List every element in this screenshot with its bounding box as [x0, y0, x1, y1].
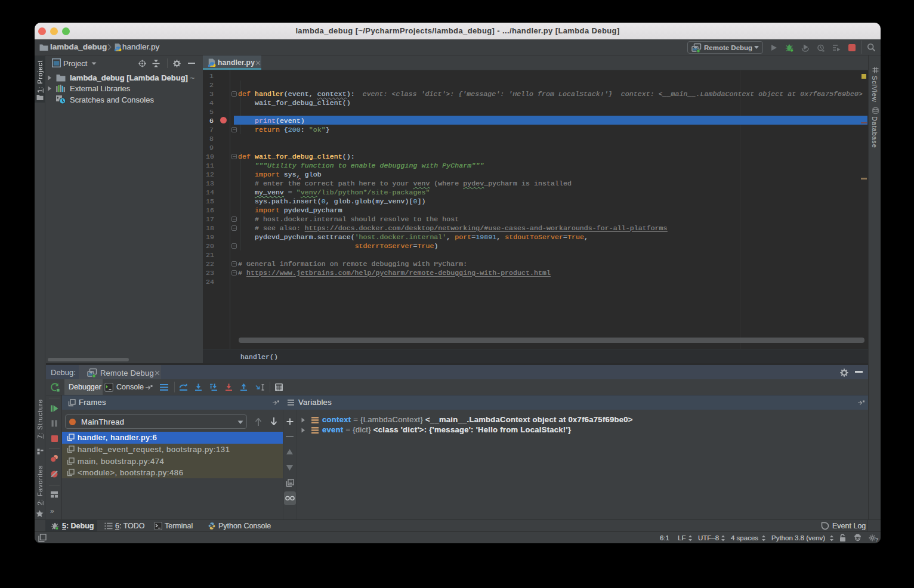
- svg-text:?: ?: [875, 537, 879, 543]
